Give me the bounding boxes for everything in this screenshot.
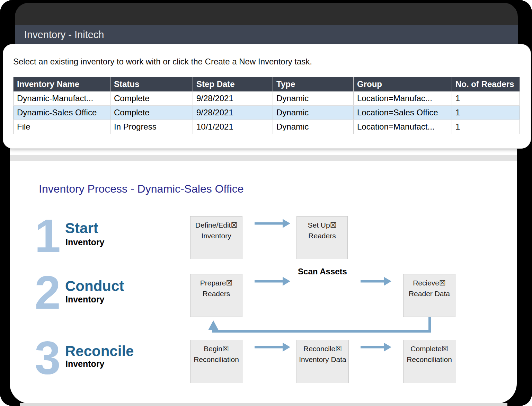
flow-arrow-right	[361, 343, 391, 352]
step-1-subtitle: Inventory	[65, 238, 105, 247]
column-header-inventory-name: Inventory Name	[14, 77, 110, 91]
cell-status[interactable]: In Progress	[110, 120, 193, 134]
flow-box-line: Inventory Data	[297, 354, 348, 365]
cell-inventory-name[interactable]: Dynamic-Manufact...	[14, 91, 110, 106]
flow-box-line: Reader Data	[404, 288, 455, 299]
flow-box-define-edit-inventory: Define/Edit☒ Inventory	[190, 216, 242, 259]
step-3-name: Reconcile	[65, 344, 134, 359]
cell-inventory-name[interactable]: File	[14, 120, 110, 134]
cell-type[interactable]: Dynamic	[273, 91, 354, 106]
flow-box-reconcile-inventory-data: Reconcile☒ Inventory Data	[296, 340, 349, 383]
cell-inventory-name[interactable]: Dynamic-Sales Office	[14, 106, 110, 120]
scan-assets-label: Scan Assets	[296, 267, 348, 276]
step-2-subtitle: Inventory	[65, 295, 105, 304]
flow-box-line: Reconciliation	[190, 354, 242, 365]
step-1-number: 1	[33, 213, 62, 259]
cell-step-date[interactable]: 9/28/2021	[193, 91, 273, 106]
step-3-number: 3	[33, 334, 62, 381]
screenshot-canvas: Inventory - Initech Select an existing i…	[0, 0, 532, 406]
inventory-table: Inventory Name Status Step Date Type Gro…	[13, 77, 520, 134]
column-header-type: Type	[273, 77, 354, 91]
cell-readers[interactable]: 1	[452, 106, 520, 120]
flow-arrow-right	[255, 277, 290, 286]
window-title: Inventory - Initech	[15, 29, 104, 41]
flow-arrow-right	[255, 219, 290, 228]
cell-group[interactable]: Location=Manufact...	[354, 120, 452, 134]
flow-box-line: Reconciliation	[404, 354, 455, 365]
flow-box-receive-reader-data: Recieve☒ Reader Data	[403, 274, 455, 317]
column-header-step-date: Step Date	[193, 77, 273, 91]
loop-arrow-segment	[212, 330, 431, 333]
window-titlebar: Inventory - Initech	[15, 25, 518, 44]
instruction-text: Select an existing inventory to work wit…	[13, 57, 312, 67]
flow-box-line: Begin☒	[190, 343, 242, 354]
step-2-name: Conduct	[65, 279, 124, 293]
flow-box-line: Prepare☒	[190, 277, 242, 288]
cell-group[interactable]: Location=Manufac...	[354, 91, 452, 106]
app-window-header: Inventory - Initech	[15, 3, 518, 44]
inventory-row-selected[interactable]: Dynamic-Sales Office Complete 9/28/2021 …	[14, 106, 520, 120]
inventory-row[interactable]: File In Progress 10/1/2021 Dynamic Locat…	[14, 120, 520, 134]
loop-arrow-up-head	[208, 320, 219, 330]
panel-divider	[10, 155, 517, 161]
flow-box-complete-reconciliation: Complete☒ Reconciliation	[403, 340, 455, 383]
flow-box-line: Readers	[190, 288, 242, 299]
flow-box-begin-reconciliation: Begin☒ Reconciliation	[190, 340, 242, 383]
inventory-list-panel: Select an existing inventory to work wit…	[3, 44, 531, 149]
column-header-status: Status	[110, 77, 193, 91]
flow-box-prepare-readers: Prepare☒ Readers	[190, 274, 242, 317]
cell-status[interactable]: Complete	[110, 91, 193, 106]
cell-group[interactable]: Location=Sales Office	[354, 106, 452, 120]
inventory-row[interactable]: Dynamic-Manufact... Complete 9/28/2021 D…	[14, 91, 520, 106]
table-header-row: Inventory Name Status Step Date Type Gro…	[14, 77, 520, 91]
cell-readers[interactable]: 1	[452, 91, 520, 106]
flow-box-line: Set Up☒	[297, 220, 347, 230]
cell-type[interactable]: Dynamic	[273, 106, 354, 120]
column-header-group: Group	[354, 77, 452, 91]
cell-status[interactable]: Complete	[110, 106, 193, 120]
horizontal-scrollbar[interactable]	[20, 403, 507, 406]
step-1-name: Start	[65, 221, 98, 236]
flow-box-line: Reconcile☒	[297, 343, 348, 354]
flow-box-line: Complete☒	[404, 343, 455, 354]
flow-arrow-right	[255, 343, 290, 352]
column-header-no-of-readers: No. of Readers	[452, 77, 520, 91]
process-title: Inventory Process - Dynamic-Sales Office	[39, 183, 244, 195]
flow-box-line: Inventory	[190, 230, 242, 241]
step-3-subtitle: Inventory	[65, 360, 105, 368]
flow-box-line: Define/Edit☒	[190, 220, 242, 230]
cell-type[interactable]: Dynamic	[273, 120, 354, 134]
cell-readers[interactable]: 1	[452, 120, 520, 134]
flow-arrow-right	[361, 277, 391, 286]
cell-step-date[interactable]: 9/28/2021	[193, 106, 273, 120]
flow-box-line: Recieve☒	[404, 277, 455, 288]
flow-box-set-up-readers: Set Up☒ Readers	[296, 216, 348, 259]
cell-step-date[interactable]: 10/1/2021	[193, 120, 273, 134]
flow-box-line: Readers	[297, 230, 347, 241]
step-2-number: 2	[33, 269, 62, 316]
